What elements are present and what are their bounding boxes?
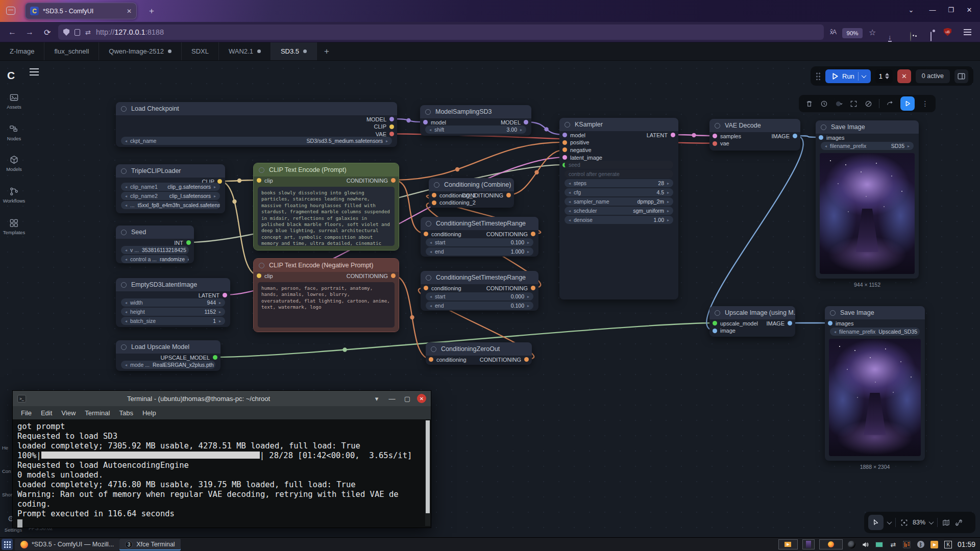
widget-...[interactable]: ◂...t5xxl_fp8_e4m3fn_scaled.safetensors▸ bbox=[121, 201, 220, 209]
sidebar-item-workflows[interactable]: Workflows bbox=[0, 187, 28, 204]
permissions-icon[interactable]: ⇄ bbox=[85, 29, 91, 36]
reroute-dot-icon[interactable] bbox=[342, 347, 347, 352]
decrement-icon[interactable]: ◂ bbox=[430, 294, 432, 299]
translate-icon[interactable]: x̂A bbox=[830, 29, 836, 36]
zoom-badge[interactable]: 90% bbox=[842, 28, 863, 38]
node-header[interactable]: CLIP Text Encode (Prompt) bbox=[254, 163, 399, 177]
terminal-rollup-button[interactable]: ▾ bbox=[371, 395, 382, 403]
queue-count-input[interactable]: 1 bbox=[875, 69, 893, 83]
node-header[interactable]: ModelSamplingSD3 bbox=[420, 105, 531, 118]
node-ms[interactable]: ModelSamplingSD3modelMODEL◂shift3.00▸ bbox=[420, 105, 531, 136]
decrement-icon[interactable]: ◂ bbox=[125, 310, 127, 314]
focus-icon[interactable] bbox=[900, 518, 909, 527]
bookmark-star-icon[interactable]: ☆ bbox=[869, 27, 876, 37]
increment-icon[interactable]: ▸ bbox=[188, 257, 189, 262]
terminal-maximize-button[interactable]: ▢ bbox=[402, 395, 413, 403]
widget-start[interactable]: ◂start0.100▸ bbox=[426, 238, 533, 246]
close-tab-icon[interactable]: ✕ bbox=[127, 8, 132, 15]
sidebar-item-assets[interactable]: Assets bbox=[0, 93, 28, 110]
cursor-tool-button[interactable] bbox=[868, 515, 884, 530]
disable-links-icon[interactable] bbox=[864, 99, 873, 108]
input-port-image[interactable]: image bbox=[713, 328, 736, 334]
collapse-dot-icon[interactable] bbox=[259, 167, 264, 173]
collapse-dot-icon[interactable] bbox=[121, 344, 127, 350]
output-port-IMAGE[interactable]: IMAGE bbox=[767, 320, 792, 327]
reroute-dot-icon[interactable] bbox=[692, 133, 696, 137]
ublock-icon[interactable]: uB bbox=[944, 28, 951, 36]
decrement-icon[interactable]: ◂ bbox=[125, 319, 127, 323]
output-port-CONDITIONING[interactable]: CONDITIONING bbox=[462, 192, 511, 198]
node-header[interactable]: Seed bbox=[116, 226, 194, 239]
terminal-menu-File[interactable]: File bbox=[17, 408, 36, 418]
node-tc[interactable]: TripleCLIPLoaderCLIP◂clip_name1clip_g.sa… bbox=[116, 164, 225, 213]
decrement-icon[interactable]: ◂ bbox=[430, 240, 432, 245]
chevron-down-icon[interactable] bbox=[929, 519, 934, 524]
url-bar[interactable]: ⇄ http://127.0.0.1:8188 bbox=[58, 24, 824, 40]
collapse-dot-icon[interactable] bbox=[715, 310, 720, 316]
widget-end[interactable]: ◂end1.000▸ bbox=[426, 247, 533, 256]
decrement-icon[interactable]: ◂ bbox=[430, 249, 432, 254]
terminal-output[interactable]: got promptRequested to load SD3loaded co… bbox=[13, 419, 431, 528]
workflow-tab-Z-Image[interactable]: Z-Image bbox=[0, 42, 44, 60]
node-header[interactable]: Load Upscale Model bbox=[116, 340, 220, 354]
collapse-dot-icon[interactable] bbox=[426, 221, 431, 227]
increment-icon[interactable]: ▸ bbox=[908, 144, 910, 148]
output-port-LATENT[interactable]: LATENT bbox=[647, 132, 675, 138]
input-port-clip[interactable]: clip bbox=[257, 177, 273, 184]
collapse-dot-icon[interactable] bbox=[121, 106, 127, 112]
toggle-panel-button[interactable] bbox=[954, 69, 968, 83]
increment-icon[interactable]: ▸ bbox=[527, 249, 529, 254]
output-port-CLIP[interactable]: CLIP bbox=[374, 123, 394, 130]
run-workflow-button[interactable] bbox=[900, 96, 915, 111]
increment-icon[interactable]: ▸ bbox=[667, 209, 669, 213]
reroute-dot-icon[interactable] bbox=[232, 199, 236, 204]
increment-icon[interactable]: ▸ bbox=[386, 139, 388, 143]
input-port-upscale_model[interactable]: upscale_model bbox=[713, 320, 758, 327]
node-vd[interactable]: VAE DecodesamplesvaeIMAGE bbox=[709, 119, 800, 151]
downloads-icon[interactable]: ↓ bbox=[888, 33, 892, 42]
workspace-thumbnail[interactable] bbox=[819, 539, 843, 549]
collapse-dot-icon[interactable] bbox=[121, 282, 127, 288]
increment-icon[interactable]: ▸ bbox=[667, 190, 669, 195]
node-ui[interactable]: Upscale Image (using M...upscale_modelim… bbox=[709, 306, 795, 337]
prompt-textarea[interactable]: books slowly dissolving into glowing par… bbox=[258, 187, 395, 246]
node-header[interactable]: Load Checkpoint bbox=[116, 102, 397, 115]
theme-circle-icon[interactable] bbox=[835, 99, 843, 108]
browser-tab[interactable]: C *SD3.5 - ComfyUI ✕ bbox=[25, 3, 137, 19]
workflow-tab-SDXL[interactable]: SDXL bbox=[182, 42, 219, 60]
extension-icon[interactable] bbox=[910, 32, 911, 41]
toggle-links-icon[interactable] bbox=[954, 518, 963, 527]
input-port-vae[interactable]: vae bbox=[713, 140, 729, 147]
node-header[interactable]: VAE Decode bbox=[709, 119, 800, 132]
output-port-CONDITIONING[interactable]: CONDITIONING bbox=[347, 177, 396, 184]
decrement-icon[interactable]: ◂ bbox=[825, 144, 827, 148]
widget-steps[interactable]: ◂steps28▸ bbox=[565, 179, 673, 187]
firefox-view-icon[interactable] bbox=[6, 7, 15, 15]
output-port-MODEL[interactable]: MODEL bbox=[366, 116, 394, 122]
trash-icon[interactable] bbox=[805, 99, 814, 108]
input-port-latent_image[interactable]: latent_image bbox=[562, 154, 602, 161]
kebab-menu-icon[interactable]: ⋮ bbox=[921, 99, 929, 108]
new-tab-button[interactable]: + bbox=[145, 5, 158, 18]
node-header[interactable]: EmptySD3LatentImage bbox=[116, 278, 230, 291]
workflow-tab-WAN2.1[interactable]: WAN2.1 bbox=[219, 42, 271, 60]
node-cc[interactable]: Conditioning (Combine)conditioning_1cond… bbox=[429, 178, 514, 208]
node-sv1[interactable]: Save Imageimages◂filename_prefixSD35▸ bbox=[816, 120, 919, 279]
workflow-tab-Qwen-Image-2512[interactable]: Qwen-Image-2512 bbox=[99, 42, 182, 60]
output-port-UPSCALE_MODEL[interactable]: UPSCALE_MODEL bbox=[160, 354, 217, 361]
node-header[interactable]: Upscale Image (using M... bbox=[709, 306, 795, 319]
decrement-icon[interactable]: ◂ bbox=[125, 185, 127, 189]
node-s2[interactable]: ConditioningSetTimestepRangeconditioning… bbox=[421, 271, 538, 311]
media-player-tray-icon[interactable]: ▶ bbox=[930, 540, 939, 549]
increment-icon[interactable]: ▸ bbox=[214, 194, 216, 198]
increment-icon[interactable]: ▸ bbox=[520, 128, 522, 132]
run-button[interactable]: Run bbox=[825, 69, 871, 83]
sidebar-item-fragment[interactable]: He bbox=[2, 445, 12, 450]
increment-icon[interactable]: ▸ bbox=[667, 218, 669, 222]
increment-icon[interactable]: ▸ bbox=[219, 319, 221, 323]
widget-sampler_name[interactable]: ◂sampler_namedpmpp_2m▸ bbox=[565, 197, 673, 206]
widget-width[interactable]: ◂width944▸ bbox=[121, 298, 225, 307]
collapse-dot-icon[interactable] bbox=[830, 310, 836, 316]
widget-mode ...[interactable]: ◂mode ...RealESRGAN_x2plus.pth▸ bbox=[121, 361, 215, 369]
redo-icon[interactable] bbox=[886, 99, 894, 108]
